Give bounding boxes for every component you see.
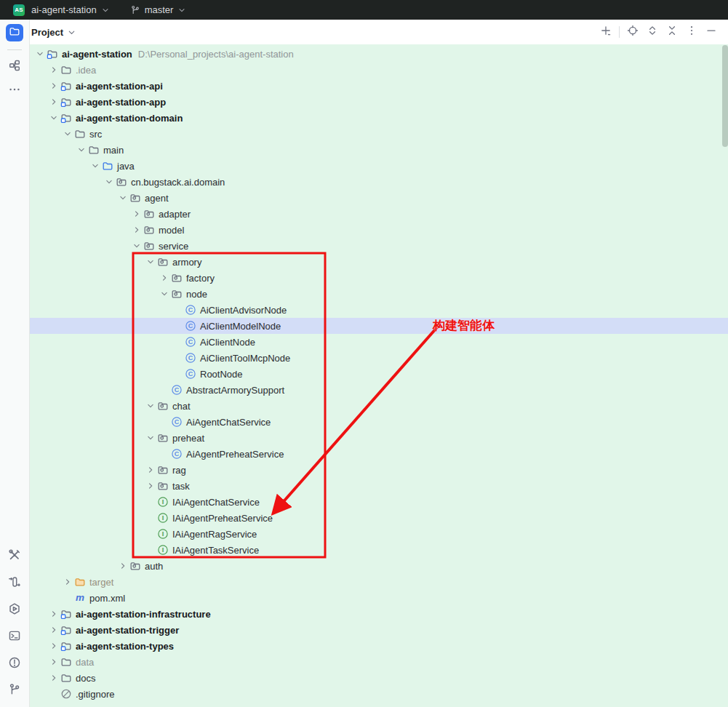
- tree-row-service[interactable]: service: [30, 238, 728, 254]
- chevron-collapsed-icon[interactable]: [47, 96, 60, 108]
- tree-row-ai-agent-station-api[interactable]: ai-agent-station-api: [30, 78, 728, 94]
- header-divider: [619, 26, 620, 38]
- chevron-collapsed-icon[interactable]: [144, 464, 156, 476]
- chevron-expanded-icon[interactable]: [75, 144, 87, 156]
- chevron-expanded-icon[interactable]: [144, 256, 156, 268]
- tree-row-IAiAgentPreheatService[interactable]: IIAiAgentPreheatService: [30, 510, 728, 526]
- chevron-collapsed-icon[interactable]: [130, 224, 143, 236]
- class-icon: C: [170, 416, 183, 428]
- tree-row-node[interactable]: node: [30, 286, 728, 302]
- tree-row-AiClientNode[interactable]: CAiClientNode: [30, 334, 728, 350]
- tree-item-label: AiClientToolMcpNode: [200, 353, 290, 364]
- tool-stripe-problems-button[interactable]: [6, 655, 23, 673]
- chevron-expanded-icon[interactable]: [144, 432, 156, 444]
- tree-row-AiClientToolMcpNode[interactable]: CAiClientToolMcpNode: [30, 350, 728, 366]
- chevron-collapsed-icon[interactable]: [158, 272, 170, 284]
- tree-row-preheat[interactable]: preheat: [30, 430, 728, 446]
- services-icon: [8, 602, 21, 618]
- tree-row-AiAgentPreheatService[interactable]: CAiAgentPreheatService: [30, 446, 728, 462]
- tree-item-label: AiClientAdvisorNode: [200, 305, 287, 316]
- tree-item-label: ai-agent-station-infrastructure: [76, 609, 211, 620]
- add-button[interactable]: [599, 25, 612, 39]
- chevron-collapsed-icon[interactable]: [47, 640, 60, 652]
- chevron-collapsed-icon[interactable]: [47, 672, 60, 684]
- tree-row-chat[interactable]: chat: [30, 398, 728, 414]
- chevron-collapsed-icon[interactable]: [47, 656, 60, 668]
- vertical-scrollbar-thumb[interactable]: [722, 45, 728, 147]
- tree-row-ai-agent-station-app[interactable]: ai-agent-station-app: [30, 94, 728, 110]
- tree-row-AbstractArmorySupport[interactable]: CAbstractArmorySupport: [30, 382, 728, 398]
- tree-row-ai-agent-station-types[interactable]: ai-agent-station-types: [30, 638, 728, 654]
- svg-text:C: C: [188, 306, 193, 313]
- chevron-collapsed-icon[interactable]: [130, 208, 143, 220]
- tool-stripe-services-button[interactable]: [6, 602, 23, 619]
- chevron-expanded-icon[interactable]: [158, 288, 170, 300]
- chevron-spacer: [172, 368, 184, 380]
- tree-row-agent[interactable]: agent: [30, 190, 728, 206]
- tree-row-ai-agent-station-trigger[interactable]: ai-agent-station-trigger: [30, 622, 728, 638]
- tree-row-IAiAgentChatService[interactable]: IIAiAgentChatService: [30, 494, 728, 510]
- tree-row-target[interactable]: target: [30, 574, 728, 590]
- tree-row-ai-agent-station-infrastructure[interactable]: ai-agent-station-infrastructure: [30, 606, 728, 622]
- tree-row-.gitignore[interactable]: .gitignore: [30, 686, 728, 702]
- tool-stripe-project-button[interactable]: [6, 24, 23, 41]
- chevron-collapsed-icon[interactable]: [47, 608, 60, 620]
- tree-row-adapter[interactable]: adapter: [30, 206, 728, 222]
- chevron-expanded-icon[interactable]: [144, 400, 156, 412]
- chevron-collapsed-icon[interactable]: [116, 560, 129, 572]
- tree-row-RootNode[interactable]: CRootNode: [30, 366, 728, 382]
- chevron-expanded-icon[interactable]: [89, 160, 101, 172]
- chevron-expanded-icon[interactable]: [130, 240, 143, 252]
- tree-row-rag[interactable]: rag: [30, 462, 728, 478]
- tree-row-AiClientAdvisorNode[interactable]: CAiClientAdvisorNode: [30, 302, 728, 318]
- chevron-expanded-icon[interactable]: [103, 176, 115, 188]
- chevron-expanded-icon[interactable]: [33, 48, 46, 60]
- chevron-expanded-icon[interactable]: [47, 112, 60, 124]
- tree-row-armory[interactable]: armory: [30, 254, 728, 270]
- tree-item-label: factory: [186, 273, 215, 284]
- tree-row-main[interactable]: main: [30, 142, 728, 158]
- tree-row-factory[interactable]: factory: [30, 270, 728, 286]
- add-icon: [600, 25, 612, 39]
- tree-row-auth[interactable]: auth: [30, 558, 728, 574]
- tree-row-.idea[interactable]: .idea: [30, 62, 728, 78]
- tree-row-cn.bugstack.ai.domain[interactable]: cn.bugstack.ai.domain: [30, 174, 728, 190]
- tree-row-model[interactable]: model: [30, 222, 728, 238]
- tool-stripe-structure-button[interactable]: [6, 58, 23, 76]
- tree-row-data[interactable]: data: [30, 654, 728, 670]
- chevron-collapsed-icon[interactable]: [47, 624, 60, 636]
- collapse-all-button[interactable]: [665, 25, 679, 39]
- hide-button[interactable]: [705, 25, 718, 39]
- tree-row-ai-agent-station[interactable]: ai-agent-stationD:\Personal_projects\ai-…: [30, 46, 728, 62]
- chevron-expanded-icon[interactable]: [61, 128, 73, 140]
- project-selector[interactable]: ai-agent-station: [31, 4, 110, 15]
- svg-text:C: C: [188, 322, 193, 329]
- tool-stripe-build-button[interactable]: [6, 548, 23, 565]
- tool-stripe-terminal-button[interactable]: [6, 628, 23, 646]
- chevron-down-icon[interactable]: [67, 28, 76, 37]
- chevron-collapsed-icon[interactable]: [61, 576, 73, 588]
- tree-row-java[interactable]: java: [30, 158, 728, 174]
- expand-all-button[interactable]: [646, 25, 659, 39]
- class-icon: C: [184, 352, 196, 364]
- tree-row-AiAgentChatService[interactable]: CAiAgentChatService: [30, 414, 728, 430]
- tree-row-IAiAgentTaskService[interactable]: IIAiAgentTaskService: [30, 542, 728, 558]
- tree-row-IAiAgentRagService[interactable]: IIAiAgentRagService: [30, 526, 728, 542]
- branch-selector[interactable]: master: [130, 4, 187, 15]
- tool-stripe-git-branch-button[interactable]: [6, 682, 23, 700]
- tool-stripe-pipeline-button[interactable]: [6, 575, 23, 592]
- tree-row-docs[interactable]: docs: [30, 670, 728, 686]
- chevron-expanded-icon[interactable]: [116, 192, 129, 204]
- chevron-collapsed-icon[interactable]: [47, 80, 60, 92]
- more-vertical-button[interactable]: [685, 25, 698, 39]
- tree-row-src[interactable]: src: [30, 126, 728, 142]
- locate-button[interactable]: [626, 25, 639, 39]
- tree-row-task[interactable]: task: [30, 478, 728, 494]
- tool-stripe-more-horizontal-button[interactable]: [6, 82, 23, 100]
- tree-row-pom.xml[interactable]: mpom.xml: [30, 590, 728, 606]
- chevron-collapsed-icon[interactable]: [47, 64, 60, 76]
- chevron-collapsed-icon[interactable]: [144, 480, 156, 492]
- tree-row-AiClientModelNode[interactable]: CAiClientModelNode: [30, 318, 728, 334]
- tree-row-ai-agent-station-domain[interactable]: ai-agent-station-domain: [30, 110, 728, 126]
- folder-icon: [73, 128, 86, 140]
